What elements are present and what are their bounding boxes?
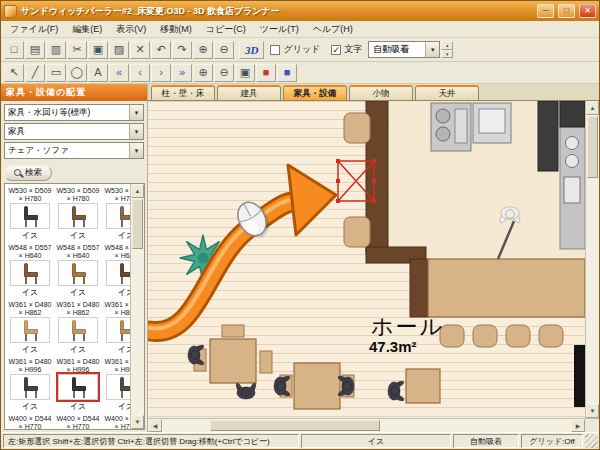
furniture-item[interactable]: W361 × D480 × H996 イス [102,356,130,413]
view-3d-button[interactable]: 3D [239,41,264,59]
nav-next-icon[interactable]: › [151,64,171,82]
furniture-item[interactable]: W400 × D544 × H770 イス [102,413,130,430]
nav-prev-icon[interactable]: ‹ [130,64,150,82]
scrollbar-thumb[interactable] [210,420,380,431]
nav-last-icon[interactable]: » [172,64,192,82]
furniture-item[interactable]: W361 × D480 × H862 イス [54,299,102,356]
menu-item[interactable]: ヘルプ(H) [306,21,360,38]
scroll-down-icon[interactable] [586,404,599,418]
fill-color-icon[interactable]: ■ [256,64,276,82]
close-button[interactable]: ✕ [579,4,596,18]
drag-arrow [150,165,336,332]
copy-icon[interactable]: ▣ [88,41,108,59]
spin-up-icon[interactable] [441,41,453,50]
furniture-thumbnail [58,260,98,286]
counter-stools[interactable] [440,325,563,347]
grid-checkbox[interactable]: グリッド [270,43,320,56]
rect-tool-icon[interactable]: ▭ [46,64,66,82]
scroll-right-icon[interactable] [571,419,585,432]
tab-pillar-wall-floor[interactable]: 柱・壁・床 [151,85,215,100]
scroll-up-icon[interactable] [131,184,144,198]
menu-item[interactable]: ファイル(F) [3,21,65,38]
nav-first-icon[interactable]: « [109,64,129,82]
status-hint: 左:矩形選択 Shift+左:選択切替 Ctrl+左:選択切替 Drag:移動(… [3,434,299,448]
furniture-name: イス [22,230,38,241]
scroll-down-icon[interactable] [131,415,144,429]
menu-item[interactable]: 編集(E) [65,21,109,38]
furniture-dimensions: W361 × D480 × H862 [54,301,102,317]
zoom-out-tool-icon[interactable]: ⊖ [214,64,234,82]
zoom-in-tool-icon[interactable]: ⊕ [193,64,213,82]
zoom-out-icon[interactable]: ⊖ [214,41,234,59]
title-bar[interactable]: サンドウィッチパーラー#2_床変更.O3D - 3D 飲食店プランナー ─ □ … [1,1,599,21]
new-file-icon[interactable]: □ [4,41,24,59]
save-icon[interactable]: ▥ [46,41,66,59]
furniture-dimensions: W361 × D480 × H862 [102,301,130,317]
open-file-icon[interactable]: ▤ [25,41,45,59]
resize-grip[interactable] [585,434,598,448]
furniture-item[interactable]: W400 × D544 × H770 イス [6,413,54,430]
select-tool-icon[interactable]: ↖ [4,64,24,82]
zoom-in-icon[interactable]: ⊕ [193,41,213,59]
menu-item[interactable]: ツール(T) [253,21,306,38]
floor-plan-canvas[interactable]: ホール 47.3m² [148,101,585,418]
line-tool-icon[interactable]: ╱ [25,64,45,82]
menu-item[interactable]: 表示(V) [109,21,153,38]
scroll-up-icon[interactable] [586,101,599,115]
furniture-dimensions: W361 × D480 × H996 [6,358,54,374]
undo-icon[interactable]: ↶ [151,41,171,59]
chevron-down-icon[interactable] [425,42,439,57]
category-select[interactable]: 家具 [4,123,144,140]
tab-label: 家具・設備 [294,88,337,100]
menu-item[interactable]: 移動(M) [153,21,199,38]
furniture-item[interactable]: W530 × D509 × H780 イス [6,185,54,242]
furniture-item[interactable]: W530 × D509 × H780 イス [54,185,102,242]
text-tool-icon[interactable]: A [88,64,108,82]
checkbox-checked-icon [331,45,341,55]
redo-icon[interactable]: ↷ [172,41,192,59]
scrollbar-thumb[interactable] [132,199,143,249]
bar-counter[interactable] [410,259,585,317]
search-icon [14,169,21,176]
furniture-item[interactable]: W530 × D509 × H780 イス [102,185,130,242]
canvas-hscrollbar[interactable] [148,418,599,432]
panel-scrollbar[interactable] [130,184,144,430]
furniture-item[interactable]: W400 × D544 × H770 イス [54,413,102,430]
scrollbar-thumb[interactable] [587,116,598,178]
furniture-item[interactable]: W548 × D557 × H640 イス [102,242,130,299]
spin-down-icon[interactable] [441,50,453,59]
snap-mode-combo[interactable]: 自動吸着 [368,41,440,58]
chair-icon [119,263,130,284]
snap-spinner[interactable] [441,41,453,58]
furniture-item[interactable]: W361 × D480 × H862 イス [6,299,54,356]
canvas-vscrollbar[interactable] [585,101,599,418]
zoom-fit-icon[interactable]: ▣ [235,64,255,82]
maximize-button[interactable]: □ [558,4,575,18]
paste-icon[interactable]: ▨ [109,41,129,59]
scroll-left-icon[interactable] [148,419,162,432]
tab-fittings[interactable]: 建具 [217,85,281,100]
search-button[interactable]: 検索 [4,165,52,181]
category-select[interactable]: チェア・ソファ [4,142,144,159]
tab-accessories[interactable]: 小物 [349,85,413,100]
ellipse-tool-icon[interactable]: ◯ [67,64,87,82]
person[interactable] [388,380,405,403]
menu-item[interactable]: コピー(C) [199,21,253,38]
person[interactable] [235,382,258,399]
cut-icon[interactable]: ✂ [67,41,87,59]
tab-ceiling[interactable]: 天井 [415,85,479,100]
furniture-item[interactable]: W548 × D557 × H640 イス [6,242,54,299]
furniture-item[interactable]: W361 × D480 × H862 イス [102,299,130,356]
main-area: 家具・設備の配置 家具・水回り等(標準) 家具 チェア・ソファ [1,84,599,432]
furniture-item[interactable]: W548 × D557 × H640 イス [54,242,102,299]
category-select[interactable]: 家具・水回り等(標準) [4,104,144,121]
line-color-icon[interactable]: ■ [277,64,297,82]
delete-icon[interactable]: ✕ [130,41,150,59]
furniture-item[interactable]: W361 × D480 × H996 イス [6,356,54,413]
furniture-name: イス [118,344,130,355]
text-checkbox[interactable]: 文字 [331,43,362,56]
app-window: サンドウィッチパーラー#2_床変更.O3D - 3D 飲食店プランナー ─ □ … [0,0,600,450]
furniture-item[interactable]: W361 × D480 × H996 イス [54,356,102,413]
tab-furniture[interactable]: 家具・設備 [283,85,347,100]
minimize-button[interactable]: ─ [537,4,554,18]
